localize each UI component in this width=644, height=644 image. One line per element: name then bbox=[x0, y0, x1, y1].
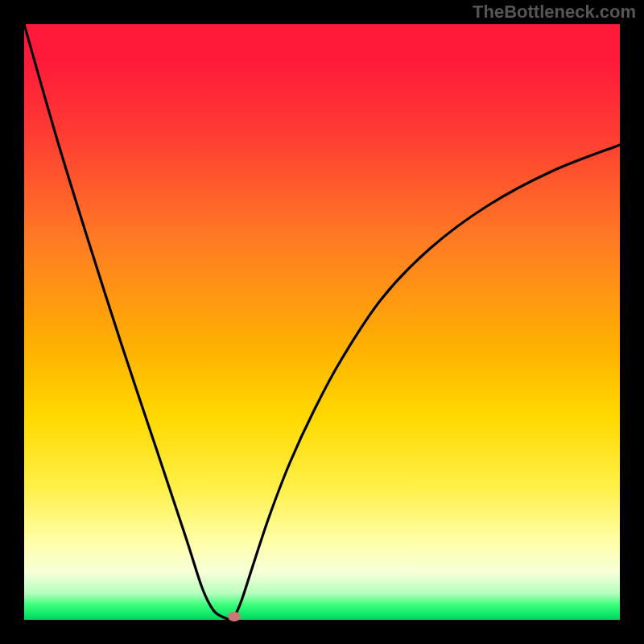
minimum-marker bbox=[228, 612, 241, 621]
plot-background bbox=[24, 24, 620, 620]
watermark-text: TheBottleneck.com bbox=[473, 2, 636, 23]
